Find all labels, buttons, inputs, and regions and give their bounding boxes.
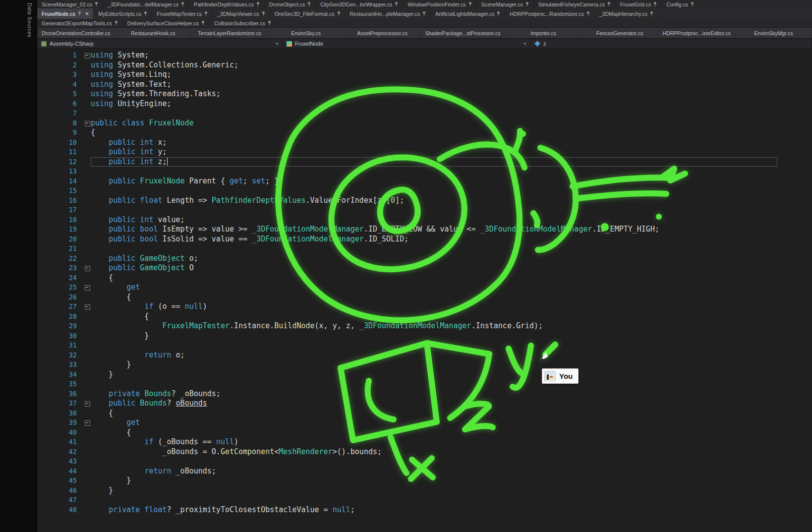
code-line-15[interactable]: 15 xyxy=(37,186,777,196)
editor-tab[interactable]: DroneOrientationController.cs xyxy=(37,28,115,38)
pin-icon[interactable] xyxy=(115,20,118,26)
editor-tab[interactable]: EnviroSky.cs xyxy=(268,28,345,38)
code-line-32[interactable]: 32 return o; xyxy=(37,351,777,360)
editor-tab[interactable]: AssetPreprocessor.cs xyxy=(345,28,421,38)
code-line-44[interactable]: 44 return _oBounds; xyxy=(37,467,777,476)
code-line-47[interactable]: 47 xyxy=(37,495,777,505)
code-line-35[interactable]: 35 xyxy=(37,379,777,389)
code-line-12[interactable]: 12 public int z; xyxy=(37,157,777,167)
fold-collapse-icon[interactable] xyxy=(79,418,91,428)
pin-icon[interactable] xyxy=(204,11,208,16)
code-line-24[interactable]: 24 { xyxy=(37,273,777,283)
pin-icon[interactable] xyxy=(262,11,265,16)
fold-collapse-icon[interactable] xyxy=(79,51,91,60)
code-line-20[interactable]: 20 public bool IsSolid => value == _3DFo… xyxy=(37,235,777,244)
code-line-29[interactable]: 29 FruxelMapTester.Instance.BuildNode(x,… xyxy=(37,321,777,331)
code-line-9[interactable]: 9{ xyxy=(37,128,777,138)
editor-tab[interactable]: DroneObject.cs xyxy=(265,0,316,8)
pin-icon[interactable] xyxy=(586,11,590,16)
pin-icon[interactable] xyxy=(78,11,81,16)
code-line-45[interactable]: 45 } xyxy=(37,476,777,486)
code-line-38[interactable]: 38 { xyxy=(37,409,777,418)
code-line-41[interactable]: 41 if (_oBounds == null) xyxy=(37,437,777,447)
editor-tab[interactable]: OneSec3D_FileFormat.cs xyxy=(270,8,346,19)
editor-tab[interactable]: CollisionSubscriber.cs xyxy=(210,19,276,27)
code-line-2[interactable]: 2using System.Collections.Generic; xyxy=(37,60,777,70)
editor-tab[interactable]: PathfinderDepthValues.cs xyxy=(189,0,265,8)
editor-tab[interactable]: ArtificialLightsManager.cs xyxy=(431,8,505,19)
editor-tab[interactable]: Generator2ExportMapTools.cs xyxy=(37,19,123,27)
code-line-33[interactable]: 33 } xyxy=(37,360,777,370)
editor-tab[interactable]: _3DFoundatio...delManager.cs xyxy=(103,0,189,8)
code-line-7[interactable]: 7 xyxy=(37,109,777,118)
code-line-39[interactable]: 39 get xyxy=(37,418,777,428)
editor-tab[interactable]: ShaderPackage...stProcessor.cs xyxy=(421,28,506,38)
editor-tab[interactable]: MyEditorScripts.cs xyxy=(94,8,152,19)
code-editor[interactable]: 1using System;2using System.Collections.… xyxy=(37,49,812,532)
code-line-3[interactable]: 3using System.Linq; xyxy=(37,70,777,80)
pin-icon[interactable] xyxy=(653,1,657,7)
editor-tab[interactable]: RestaurantHo...pleManager.cs xyxy=(346,8,431,19)
code-line-8[interactable]: 8public class FruxelNode xyxy=(37,118,777,128)
pin-icon[interactable] xyxy=(497,11,500,16)
pin-icon[interactable] xyxy=(268,20,271,26)
pin-icon[interactable] xyxy=(307,1,311,7)
editor-tab[interactable]: RestaurantHook.cs xyxy=(115,28,191,38)
member-dropdown[interactable]: z xyxy=(530,39,812,48)
code-line-34[interactable]: 34 } xyxy=(37,370,777,380)
chevron-down-icon[interactable]: ▾ xyxy=(276,41,278,46)
fold-collapse-icon[interactable] xyxy=(79,263,91,273)
code-line-14[interactable]: 14 public FruxelNode Parent { get; set; … xyxy=(37,177,777,186)
close-icon[interactable]: × xyxy=(85,10,89,17)
editor-tab[interactable]: SimulatedFisheyeCamera.cs xyxy=(534,0,616,8)
editor-tab[interactable]: _3DMapHierarchy.cs xyxy=(595,8,658,19)
code-line-19[interactable]: 19 public bool IsEmpty => value >= _3DFo… xyxy=(37,225,777,235)
fold-collapse-icon[interactable] xyxy=(79,118,91,128)
pin-icon[interactable] xyxy=(691,1,694,7)
project-dropdown[interactable]: Assembly-CSharp ▾ xyxy=(37,39,283,48)
code-line-1[interactable]: 1using System; xyxy=(37,51,777,60)
editor-tab[interactable]: Importer.cs xyxy=(506,28,582,38)
class-dropdown[interactable]: FruxelNode ▾ xyxy=(283,39,530,48)
code-line-5[interactable]: 5using System.Threading.Tasks; xyxy=(37,89,777,99)
code-line-6[interactable]: 6using UnityEngine; xyxy=(37,99,777,109)
editor-tab[interactable]: FruxelGrid.cs xyxy=(616,0,662,8)
code-line-43[interactable]: 43 xyxy=(37,457,777,467)
pin-icon[interactable] xyxy=(607,1,611,7)
code-line-4[interactable]: 4using System.Text; xyxy=(37,80,777,90)
editor-tab[interactable]: SceneManager_02.cs xyxy=(37,0,103,8)
pin-icon[interactable] xyxy=(337,11,341,16)
code-line-21[interactable]: 21 xyxy=(37,244,777,254)
editor-tab[interactable]: FencesGenerator.cs xyxy=(582,28,658,38)
code-line-42[interactable]: 42 _oBounds = O.GetComponent<MeshRendere… xyxy=(37,447,777,457)
pin-icon[interactable] xyxy=(144,11,147,16)
code-line-18[interactable]: 18 public int value; xyxy=(37,215,777,225)
editor-tab[interactable]: TerrainLayerRandomizer.cs xyxy=(191,28,268,38)
editor-tab[interactable]: FruxelMapTester.cs xyxy=(152,8,213,19)
pin-icon[interactable] xyxy=(395,1,398,7)
fold-collapse-icon[interactable] xyxy=(79,283,91,293)
editor-tab[interactable]: SceneManager.cs xyxy=(477,0,534,8)
code-line-37[interactable]: 37 public Bounds? oBounds xyxy=(37,399,777,409)
code-line-36[interactable]: 36 private Bounds? _oBounds; xyxy=(37,389,777,399)
editor-tab[interactable]: FruxelNode.cs× xyxy=(37,8,94,19)
code-line-16[interactable]: 16 public float Length => PathfinderDept… xyxy=(37,196,777,206)
code-line-46[interactable]: 46 } xyxy=(37,486,777,496)
editor-tab[interactable]: HDRPPostproc...izerEditor.cs xyxy=(658,28,736,38)
pin-icon[interactable] xyxy=(95,1,98,7)
data-sources-vertical-tab[interactable]: Data Sources xyxy=(27,3,33,38)
pin-icon[interactable] xyxy=(201,20,205,26)
editor-tab[interactable]: EnviroSkyMgr.cs xyxy=(736,28,812,38)
pin-icon[interactable] xyxy=(525,1,529,7)
code-line-13[interactable]: 13 xyxy=(37,167,777,177)
editor-tab[interactable]: DeliverySurfaceClassHelper.cs xyxy=(123,19,210,27)
code-line-17[interactable]: 17 xyxy=(37,205,777,215)
code-line-31[interactable]: 31 xyxy=(37,341,777,351)
editor-tab[interactable]: Config.cs xyxy=(662,0,699,8)
editor-tab[interactable]: CityGen3DGen...torWrapper.cs xyxy=(316,0,403,8)
code-line-25[interactable]: 25 get xyxy=(37,283,777,293)
editor-tab[interactable]: _3DMapViewer.cs xyxy=(213,8,270,19)
code-line-22[interactable]: 22 public GameObject o; xyxy=(37,254,777,264)
code-line-28[interactable]: 28 { xyxy=(37,312,777,322)
code-line-27[interactable]: 27 if (o == null) xyxy=(37,302,777,312)
